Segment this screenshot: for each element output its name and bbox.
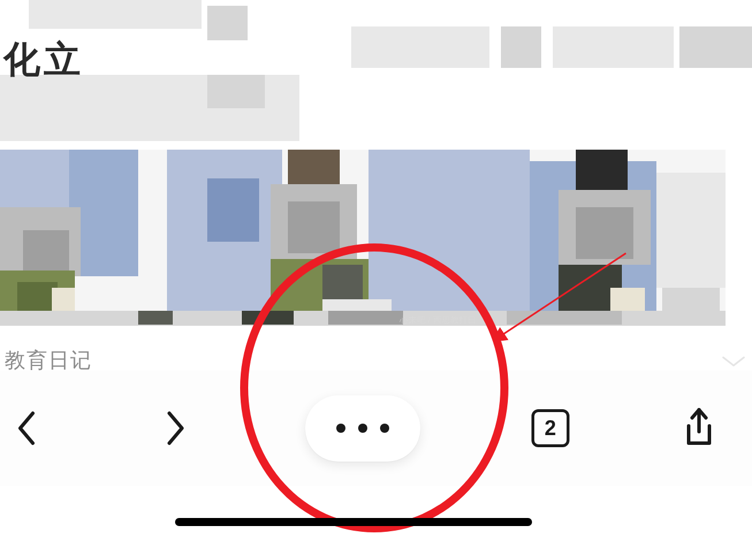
tabs-button[interactable]: 2 xyxy=(531,409,569,447)
partial-title: 化 立 xyxy=(3,35,77,85)
content-area-blurred: 化 立 心来 xyxy=(0,0,752,368)
share-button[interactable] xyxy=(681,407,717,449)
back-button[interactable] xyxy=(9,410,45,447)
menu-button[interactable] xyxy=(305,395,420,462)
share-icon xyxy=(681,407,717,449)
chevron-right-icon xyxy=(163,410,187,447)
more-dots-icon xyxy=(380,424,389,433)
chevron-down-icon[interactable] xyxy=(720,353,747,369)
bottom-toolbar: 2 xyxy=(0,371,752,486)
chevron-left-icon xyxy=(15,410,39,447)
forward-button[interactable] xyxy=(157,410,193,447)
caption-row: 教育日记 xyxy=(0,341,752,375)
more-dots-icon xyxy=(336,424,345,433)
home-indicator xyxy=(175,518,532,526)
more-dots-icon xyxy=(358,424,367,433)
page-root: 化 立 心来 xyxy=(0,0,752,560)
photo-watermark: 心来吧 / 西思教打日 xyxy=(400,315,476,326)
tabs-count: 2 xyxy=(545,416,556,440)
